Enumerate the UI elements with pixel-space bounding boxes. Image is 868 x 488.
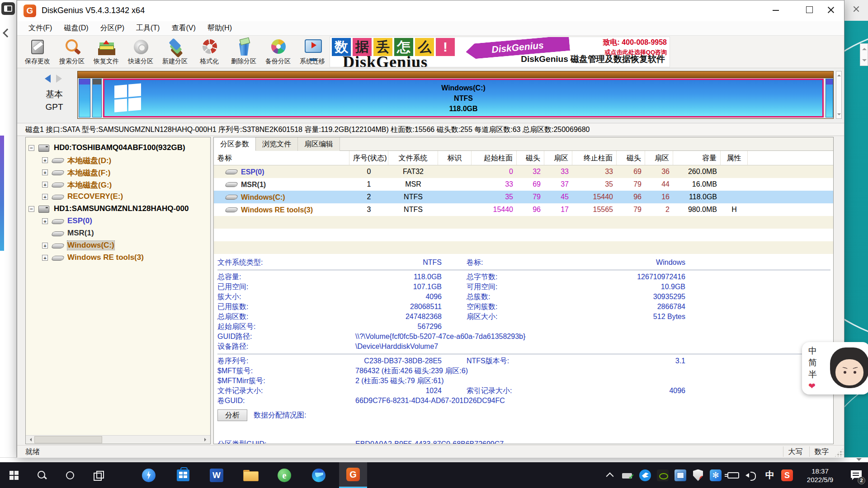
toolbar-button-backup[interactable]: 备份分区 — [260, 37, 296, 67]
tray-bird-app[interactable] — [637, 462, 654, 488]
toolbar-button-delete[interactable]: 删除分区 — [226, 37, 261, 67]
disk-graph-scrollbar[interactable] — [836, 71, 842, 119]
tree-item-D[interactable]: +本地磁盘(D:) — [26, 154, 210, 166]
tray-volume[interactable] — [742, 462, 760, 488]
expander-icon[interactable]: − — [28, 206, 34, 212]
partition-block-msr[interactable] — [92, 79, 102, 117]
tray-nvidia[interactable] — [654, 462, 671, 488]
background-close-icon[interactable] — [853, 5, 860, 13]
column-header-es[interactable]: 扇区 — [645, 151, 673, 165]
app-spark-button[interactable] — [135, 462, 163, 488]
search-button[interactable] — [28, 462, 56, 488]
toolbar-button-recover[interactable]: 恢复文件 — [89, 37, 124, 67]
column-header-cap[interactable]: 容量 — [673, 151, 721, 165]
table-row-MSR1[interactable]: MSR(1)1MSR33693735794416.0MB — [214, 178, 833, 191]
tab-扇区编辑[interactable]: 扇区编辑 — [298, 137, 340, 151]
cortana-button[interactable] — [56, 462, 84, 488]
minimize-button[interactable] — [763, 0, 788, 19]
menu-item-H[interactable]: 帮助(H) — [202, 22, 238, 35]
expander-icon[interactable]: + — [42, 157, 48, 163]
column-header-ec[interactable]: 终止柱面 — [572, 151, 617, 165]
expander-icon[interactable]: − — [28, 145, 34, 151]
app-browser-360-button[interactable] — [270, 462, 298, 488]
table-row-WindowsC[interactable]: Windows(C:)2NTFS357945154409616118.0GB — [214, 191, 833, 203]
column-header-fs[interactable]: 文件系统 — [388, 151, 438, 165]
ime-state-item[interactable]: 中 — [808, 346, 817, 357]
action-center-button[interactable]: 2 — [846, 462, 866, 488]
tray-printer-ok[interactable] — [619, 462, 636, 488]
toolbar-button-search[interactable]: 搜索分区 — [54, 37, 90, 67]
taskbar-clock[interactable]: 18:37 2022/5/9 — [797, 462, 844, 488]
toolbar-button-save[interactable]: 保存更改 — [20, 37, 55, 67]
tree-item-RECOVERYE[interactable]: +RECOVERY(E:) — [26, 191, 210, 203]
ime-state-item[interactable]: 半 — [808, 369, 817, 380]
column-header-sc[interactable]: 起始柱面 — [472, 151, 517, 165]
tree-item-HD0TOSHIBAMQ04ABF100932GB[interactable]: −HD0:TOSHIBAMQ04ABF100(932GB) — [26, 142, 210, 154]
tree-item-F[interactable]: +本地磁盘(F:) — [26, 166, 210, 178]
app-explorer-button[interactable] — [236, 462, 264, 488]
column-header-id[interactable]: 标识 — [438, 151, 472, 165]
tray-ime-indicator[interactable]: 中 — [761, 462, 778, 488]
partition-block-esp[interactable] — [79, 79, 90, 117]
back-arrow-icon[interactable] — [3, 28, 12, 38]
column-header-name[interactable]: 卷标 — [214, 151, 349, 165]
partition-block-windows-c[interactable]: Windows(C:) NTFS 118.0GB — [103, 79, 824, 117]
column-header-attr[interactable]: 属性 — [721, 151, 748, 165]
menu-item-D[interactable]: 磁盘(D) — [58, 22, 94, 35]
tab-分区参数[interactable]: 分区参数 — [214, 137, 256, 151]
column-header-sh[interactable]: 磁头 — [517, 151, 544, 165]
toolbar-button-format[interactable]: 格式化 — [192, 37, 227, 67]
expander-icon[interactable]: + — [42, 243, 48, 249]
app-diskgenius-button[interactable] — [339, 462, 367, 488]
toolbar-button-migrate[interactable]: 系统迁移 — [295, 37, 330, 67]
tree-item-G[interactable]: +本地磁盘(G:) — [26, 178, 210, 191]
column-header-ss[interactable]: 扇区 — [544, 151, 572, 165]
analyze-button[interactable]: 分析 — [217, 409, 247, 421]
resize-grip[interactable] — [834, 448, 843, 457]
expander-icon[interactable]: + — [42, 218, 48, 224]
banner-phone[interactable]: 致电: 400-008-9958 — [603, 38, 667, 47]
column-header-eh[interactable]: 磁头 — [617, 151, 645, 165]
tree-item-WindowsREtools3[interactable]: +Windows RE tools(3) — [26, 252, 210, 264]
close-button[interactable] — [818, 0, 844, 19]
tree-item-WindowsC[interactable]: +Windows(C:) — [26, 239, 210, 252]
tree-item-HD1SAMSUNGMZNLN128HAHQ000[interactable]: −HD1:SAMSUNGMZNLN128HAHQ-000 — [26, 203, 210, 215]
tab-浏览文件[interactable]: 浏览文件 — [256, 137, 298, 151]
tray-chevron-up[interactable] — [601, 462, 618, 488]
tray-snowflake-app[interactable]: ✻ — [707, 462, 724, 488]
expander-icon[interactable]: + — [42, 194, 48, 200]
scroll-right-arrow-icon[interactable] — [202, 436, 210, 444]
tray-defender-alert[interactable] — [689, 462, 707, 488]
start-button[interactable] — [0, 462, 28, 488]
app-store-button[interactable] — [169, 462, 197, 488]
tree-item-MSR1[interactable]: MSR(1) — [26, 227, 210, 239]
menu-item-V[interactable]: 查看(V) — [165, 22, 201, 35]
menu-item-F[interactable]: 文件(F) — [23, 22, 58, 35]
tray-intel-graphics[interactable] — [672, 462, 689, 488]
ime-floating-widget[interactable]: 中简半❤ — [802, 342, 868, 394]
table-row-WindowsREtools3[interactable]: Windows RE tools(3)3NTFS1544096171556579… — [214, 203, 833, 216]
expander-icon[interactable]: + — [42, 255, 48, 261]
table-row-ESP0[interactable]: ESP(0)0FAT3203233336936260.0MB — [214, 165, 833, 178]
column-header-seq[interactable]: 序号(状态) — [349, 151, 388, 165]
partition-block-winre[interactable] — [826, 79, 833, 117]
task-view-button[interactable] — [84, 462, 112, 488]
expander-icon[interactable]: + — [42, 169, 48, 175]
tree-horizontal-scrollbar[interactable] — [26, 435, 210, 444]
prev-disk-arrow-icon[interactable] — [41, 75, 51, 83]
menu-item-T[interactable]: 工具(T) — [130, 22, 165, 35]
expander-icon[interactable]: + — [42, 182, 48, 188]
app-edge-button[interactable] — [305, 462, 333, 488]
ime-state-item[interactable]: 简 — [808, 357, 817, 368]
promo-banner[interactable]: 数据丢怎么! DiskGenius DiskGenius 致电: 400-008… — [330, 37, 670, 67]
app-word-button[interactable] — [203, 462, 231, 488]
background-app-icon[interactable] — [1, 2, 15, 15]
tree-item-ESP0[interactable]: +ESP(0) — [26, 215, 210, 227]
toolbar-button-quick[interactable]: 快速分区 — [123, 37, 158, 67]
tray-power-plug[interactable] — [725, 462, 742, 488]
scrollbar-thumb[interactable] — [34, 436, 102, 443]
toolbar-button-new[interactable]: 新建分区 — [157, 37, 193, 67]
tray-sogou[interactable] — [778, 462, 796, 488]
scroll-left-arrow-icon[interactable] — [26, 436, 34, 444]
menu-item-P[interactable]: 分区(P) — [94, 22, 130, 35]
